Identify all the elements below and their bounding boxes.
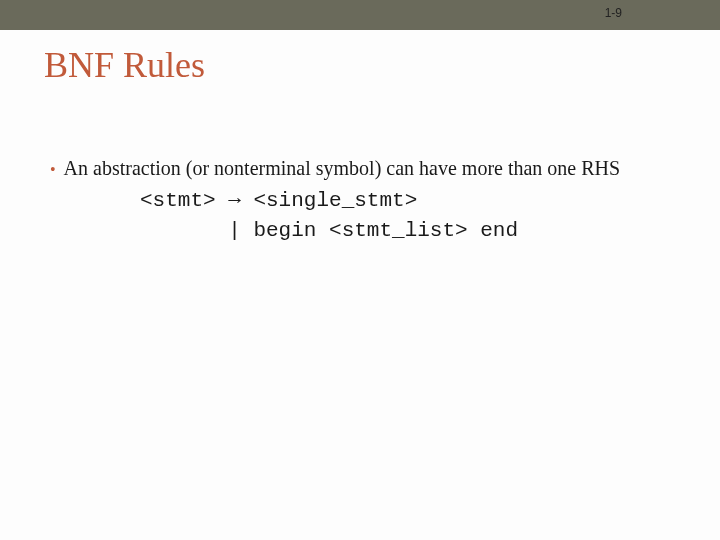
page-number: 1-9 — [605, 6, 622, 20]
slide: 1-9 BNF Rules • An abstraction (or nonte… — [0, 0, 720, 540]
bullet-icon: • — [50, 159, 56, 181]
bullet-item: • An abstraction (or nonterminal symbol)… — [50, 155, 660, 182]
code-block: <stmt> → <single_stmt> | begin <stmt_lis… — [140, 186, 660, 247]
code-line-1: <stmt> → <single_stmt> — [140, 189, 417, 212]
slide-title: BNF Rules — [44, 44, 205, 86]
content-area: • An abstraction (or nonterminal symbol)… — [50, 155, 660, 247]
code-line-2: | begin <stmt_list> end — [140, 219, 518, 242]
bullet-text: An abstraction (or nonterminal symbol) c… — [64, 155, 621, 182]
